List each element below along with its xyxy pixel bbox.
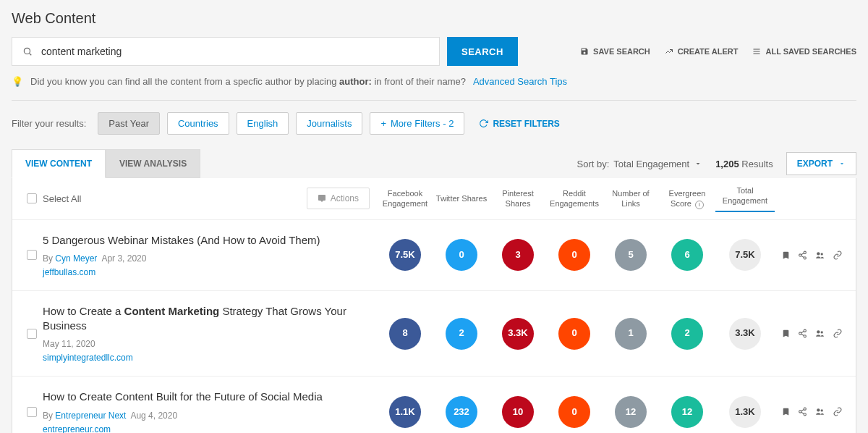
result-domain[interactable]: simplyintegratedllc.com: [43, 353, 133, 363]
sort-by-dropdown[interactable]: Sort by: Total Engagement: [577, 159, 703, 169]
users-icon[interactable]: [814, 329, 825, 338]
row-checkbox[interactable]: [27, 407, 37, 417]
result-domain[interactable]: entrepreneur.com: [43, 424, 111, 433]
col-twitter[interactable]: Twitter Shares: [433, 193, 490, 203]
tip-text-pre: Did you know you can find all the conten…: [30, 76, 339, 87]
col-links[interactable]: Number of Links: [603, 188, 659, 209]
metric-total: 3.3K: [729, 318, 761, 350]
link-icon[interactable]: [833, 251, 843, 260]
filter-more[interactable]: + More Filters - 2: [370, 112, 464, 135]
all-saved-searches-button[interactable]: ALL SAVED SEARCHES: [752, 47, 856, 56]
result-row: How to Create a Content Marketing Strate…: [12, 291, 856, 377]
metric-twitter: 232: [446, 396, 477, 428]
col-pinterest[interactable]: Pinterest Shares: [490, 188, 546, 209]
tab-view-content[interactable]: VIEW CONTENT: [12, 149, 106, 178]
svg-point-13: [799, 332, 801, 335]
link-icon[interactable]: [833, 407, 843, 416]
create-alert-label: CREATE ALERT: [678, 47, 739, 56]
svg-point-0: [24, 48, 30, 54]
lightbulb-icon: 💡: [12, 76, 23, 87]
tip-row: 💡 Did you know you can find all the cont…: [12, 76, 856, 87]
sort-by-label: Sort by:: [577, 159, 610, 169]
list-icon: [752, 47, 761, 56]
col-reddit[interactable]: Reddit Engagements: [546, 188, 603, 209]
svg-line-16: [801, 332, 804, 333]
share-icon[interactable]: [798, 407, 807, 416]
svg-point-19: [804, 408, 806, 411]
metric-twitter: 0: [446, 239, 477, 271]
divider: [12, 100, 856, 101]
select-all-checkbox[interactable]: [27, 193, 37, 203]
col-evergreen[interactable]: Evergreen Score i: [659, 188, 715, 209]
filter-english[interactable]: English: [237, 112, 289, 135]
link-icon[interactable]: [833, 329, 843, 338]
svg-point-18: [821, 331, 823, 333]
chevron-down-icon: [838, 160, 846, 167]
result-title[interactable]: How to Create a Content Marketing Strate…: [43, 304, 370, 334]
actions-icon: [318, 194, 326, 203]
bookmark-icon[interactable]: [781, 407, 791, 416]
svg-point-7: [804, 256, 806, 258]
users-icon[interactable]: [814, 407, 825, 416]
filter-countries[interactable]: Countries: [167, 112, 229, 135]
metric-links: 12: [615, 396, 647, 428]
metric-reddit: 0: [558, 396, 590, 428]
result-row: How to Create Content Built for the Futu…: [12, 377, 856, 433]
row-checkbox[interactable]: [27, 329, 37, 339]
metric-links: 5: [615, 239, 647, 271]
actions-button[interactable]: Actions: [307, 188, 370, 209]
metric-pinterest: 10: [502, 396, 534, 428]
metric-reddit: 0: [558, 318, 590, 350]
create-alert-button[interactable]: CREATE ALERT: [665, 47, 739, 56]
share-icon[interactable]: [798, 329, 807, 338]
tab-view-analysis[interactable]: VIEW ANALYSIS: [106, 149, 200, 178]
author-link[interactable]: Entrepreneur Next: [55, 411, 126, 421]
metric-reddit: 0: [558, 239, 590, 271]
result-row: 5 Dangerous Webinar Mistakes (And How to…: [12, 220, 856, 291]
metric-evergreen: 6: [671, 239, 703, 271]
svg-point-11: [821, 253, 823, 255]
chevron-down-icon: [694, 159, 702, 168]
info-icon[interactable]: i: [695, 201, 704, 209]
filter-journalists[interactable]: Journalists: [296, 112, 362, 135]
result-meta: By Cyn Meyer Apr 3, 2020: [43, 253, 370, 264]
metric-pinterest: 3.3K: [502, 318, 534, 350]
author-link[interactable]: Cyn Meyer: [55, 253, 97, 264]
svg-point-12: [804, 329, 806, 332]
reset-filters-button[interactable]: RESET FILTERS: [479, 119, 559, 129]
advanced-search-tips-link[interactable]: Advanced Search Tips: [473, 76, 567, 87]
col-total[interactable]: Total Engagement: [715, 185, 775, 212]
col-facebook[interactable]: Facebook Engagement: [377, 188, 433, 209]
result-domain[interactable]: jeffbullas.com: [43, 267, 95, 277]
tip-text-post: in front of their name?: [372, 76, 466, 87]
metric-evergreen: 12: [671, 396, 703, 428]
result-title[interactable]: How to Create Content Built for the Futu…: [43, 390, 370, 404]
svg-line-8: [801, 256, 804, 257]
result-meta: By Entrepreneur Next Aug 4, 2020: [43, 411, 370, 421]
tip-bold: author:: [339, 76, 372, 87]
export-button[interactable]: EXPORT: [786, 152, 856, 175]
svg-point-6: [799, 254, 801, 256]
search-box: [12, 37, 440, 66]
row-checkbox[interactable]: [27, 250, 37, 260]
svg-point-17: [817, 330, 820, 333]
bookmark-icon[interactable]: [781, 329, 791, 338]
metric-evergreen: 2: [671, 318, 703, 350]
search-button[interactable]: SEARCH: [447, 37, 518, 66]
results-count: 1,205: [715, 159, 739, 169]
search-icon: [22, 46, 33, 56]
metric-facebook: 1.1K: [389, 396, 421, 428]
page-title: Web Content: [12, 10, 856, 27]
svg-point-24: [817, 409, 820, 412]
svg-line-1: [30, 54, 32, 56]
save-search-button[interactable]: SAVE SEARCH: [580, 47, 650, 56]
filter-past-year[interactable]: Past Year: [98, 112, 160, 135]
metric-links: 1: [615, 318, 647, 350]
share-icon[interactable]: [798, 251, 807, 260]
result-title[interactable]: 5 Dangerous Webinar Mistakes (And How to…: [43, 233, 370, 248]
svg-line-23: [801, 410, 804, 411]
users-icon[interactable]: [814, 251, 825, 260]
search-input[interactable]: [41, 46, 429, 57]
filter-label: Filter your results:: [12, 118, 86, 129]
bookmark-icon[interactable]: [781, 251, 791, 260]
